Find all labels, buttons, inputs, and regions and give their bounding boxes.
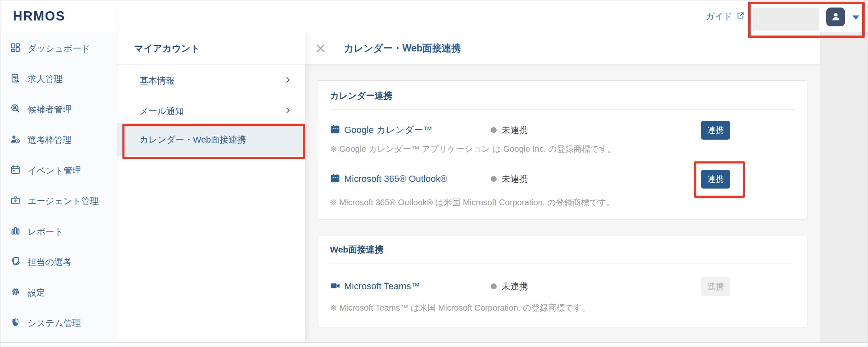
video-camera-icon	[330, 281, 340, 293]
sidebar-item-label: システム管理	[28, 317, 81, 329]
status-label: 未連携	[502, 124, 528, 136]
job-search-icon	[10, 73, 21, 85]
web-interview-integration-card: Web面接連携 Microsoft Teams™ 未連携 連携	[317, 236, 807, 327]
my-account-panel: マイアカウント 基本情報 メール通知 カレンダー・Web面接連携	[117, 32, 305, 342]
account-item-label: メール通知	[140, 105, 184, 117]
sidebar-item-label: レポート	[28, 226, 63, 237]
sidebar-item-label: ダッシュボード	[28, 43, 90, 54]
google-calendar-trademark-note: ※ Google カレンダー™ アプリケーション は Google Inc. の…	[330, 144, 794, 154]
integration-label: Google カレンダー™	[344, 124, 432, 136]
external-link-icon	[736, 11, 745, 22]
status-label: 未連携	[502, 173, 528, 185]
my-account-title: マイアカウント	[134, 42, 200, 55]
detail-panel-title: カレンダー・Web面接連携	[344, 42, 461, 55]
microsoft-teams-label-group: Microsoft Teams™	[330, 281, 491, 293]
microsoft-365-status: 未連携	[491, 173, 528, 185]
status-dot-icon	[491, 283, 497, 289]
account-item-label: カレンダー・Web面接連携	[140, 134, 246, 145]
calendar-integration-card: カレンダー連携 Google カレンダー™	[317, 80, 807, 219]
sidebar-item-events[interactable]: イベント管理	[0, 161, 117, 180]
event-calendar-icon	[10, 164, 21, 177]
status-label: 未連携	[502, 281, 528, 292]
account-item-mail-notification[interactable]: メール通知	[117, 102, 305, 120]
google-calendar-status: 未連携	[491, 124, 528, 136]
integration-label: Microsoft 365® Outlook®	[344, 174, 447, 184]
microsoft-365-label-group: Microsoft 365® Outlook®	[330, 173, 491, 185]
sidebar-item-system[interactable]: システム管理	[0, 314, 117, 332]
dashboard-icon	[10, 42, 21, 55]
system-shield-icon	[10, 317, 21, 329]
sidebar-item-label: エージェント管理	[28, 195, 99, 207]
hrmos-app: HRMOS ガイド	[0, 0, 868, 347]
section-title: Web面接連携	[330, 245, 794, 255]
sidebar-item-agents[interactable]: エージェント管理	[0, 192, 117, 210]
status-dot-icon	[491, 176, 497, 182]
candidate-search-icon	[10, 103, 21, 116]
guide-link[interactable]: ガイド	[706, 0, 745, 32]
user-menu-caret-icon[interactable]	[853, 15, 859, 20]
sidebar-item-label: 選考枠管理	[28, 134, 71, 146]
microsoft-teams-status: 未連携	[491, 281, 528, 292]
settings-gear-icon	[10, 286, 21, 299]
integration-label: Microsoft Teams™	[344, 281, 420, 292]
microsoft-teams-row: Microsoft Teams™ 未連携 連携	[330, 277, 794, 296]
agent-briefcase-icon	[10, 195, 21, 207]
sidebar-item-jobs[interactable]: 求人管理	[0, 70, 117, 88]
page-backdrop	[820, 32, 868, 342]
person-icon	[830, 10, 842, 24]
account-item-calendar-web-interview[interactable]: カレンダー・Web面接連携	[117, 123, 305, 156]
sidebar-item-label: 担当の選考	[28, 256, 72, 268]
chevron-right-icon	[284, 76, 292, 86]
hrmos-logo: HRMOS	[13, 9, 65, 24]
microsoft-teams-connect-button[interactable]: 連携	[701, 277, 730, 296]
sidebar-item-label: 求人管理	[28, 73, 63, 85]
user-name-redacted	[753, 8, 819, 31]
chevron-right-icon	[284, 106, 292, 116]
microsoft-365-trademark-note: ※ Microsoft 365® Outlook® は米国 Microsoft …	[330, 197, 794, 207]
account-item-basic-info[interactable]: 基本情報	[117, 71, 305, 90]
detail-panel-header: カレンダー・Web面接連携	[305, 32, 820, 64]
main-sidebar: ダッシュボード 求人管理 候	[0, 32, 117, 342]
sidebar-item-assigned-selection[interactable]: 担当の選考	[0, 253, 117, 271]
sidebar-item-label: イベント管理	[28, 165, 81, 176]
divider	[330, 263, 794, 263]
sidebar-item-label: 候補者管理	[28, 104, 71, 115]
account-item-label: 基本情報	[140, 75, 175, 87]
my-account-header: マイアカウント	[117, 32, 305, 65]
google-calendar-row: Google カレンダー™ 未連携 連携	[330, 120, 794, 140]
status-dot-icon	[491, 127, 497, 133]
microsoft-365-connect-button[interactable]: 連携	[701, 170, 730, 189]
logo-area: HRMOS	[0, 0, 117, 32]
google-calendar-connect-button[interactable]: 連携	[701, 121, 730, 140]
sidebar-item-candidates[interactable]: 候補者管理	[0, 100, 117, 119]
sidebar-item-settings[interactable]: 設定	[0, 283, 117, 302]
calendar-integration-panel: カレンダー・Web面接連携 カレンダー連携	[305, 32, 820, 342]
sidebar-item-interview-slots[interactable]: 選考枠管理	[0, 131, 117, 149]
report-chart-icon	[10, 225, 21, 238]
user-avatar-button[interactable]	[826, 8, 845, 26]
microsoft-teams-trademark-note: ※ Microsoft Teams™ は米国 Microsoft Corpora…	[330, 303, 794, 313]
guide-link-label: ガイド	[706, 10, 732, 22]
microsoft-365-row: Microsoft 365® Outlook® 未連携 連携	[330, 169, 794, 189]
assigned-selection-icon	[10, 256, 21, 268]
google-calendar-label-group: Google カレンダー™	[330, 124, 491, 136]
window-bottom-edge	[0, 342, 868, 343]
divider	[330, 109, 794, 110]
calendar-icon	[330, 124, 340, 136]
sidebar-item-reports[interactable]: レポート	[0, 222, 117, 241]
top-header: HRMOS ガイド	[0, 0, 868, 32]
calendar-icon	[330, 173, 340, 185]
sidebar-item-dashboard[interactable]: ダッシュボード	[0, 39, 117, 58]
section-title: カレンダー連携	[330, 91, 794, 101]
sidebar-item-label: 設定	[28, 287, 45, 299]
interview-slot-icon	[10, 134, 21, 146]
close-icon[interactable]	[315, 43, 326, 54]
